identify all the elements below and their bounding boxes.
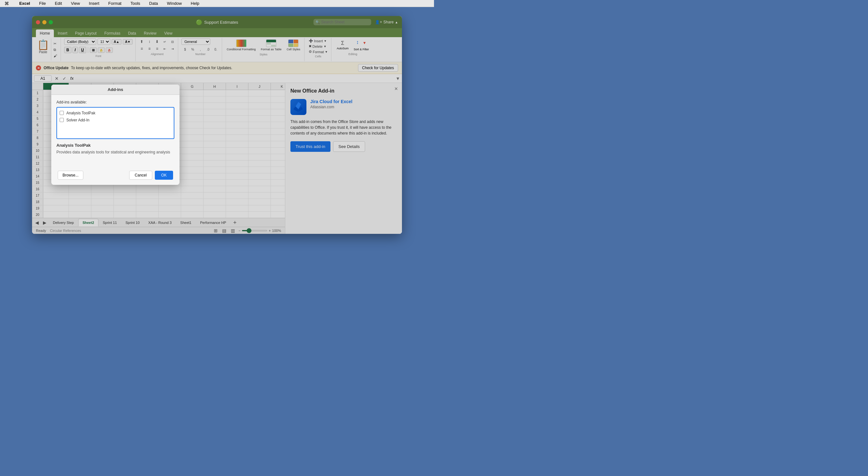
sheet-cell[interactable] bbox=[248, 103, 271, 109]
align-middle-button[interactable]: ↕ bbox=[146, 38, 153, 45]
fill-color-button[interactable]: A̲ bbox=[98, 47, 105, 53]
menu-data[interactable]: Data bbox=[147, 0, 160, 6]
sheet-cell[interactable] bbox=[91, 212, 114, 218]
sheet-cell[interactable] bbox=[248, 212, 271, 218]
zoom-out-icon[interactable]: − bbox=[239, 229, 240, 233]
sheet-cell[interactable] bbox=[204, 135, 226, 141]
font-family-select[interactable]: Calibri (Body) bbox=[64, 38, 96, 45]
font-color-button[interactable]: A̲ bbox=[106, 47, 113, 53]
col-header-h[interactable]: H bbox=[204, 83, 226, 90]
sheet-cell[interactable] bbox=[248, 154, 271, 160]
ok-button[interactable]: OK bbox=[155, 171, 173, 180]
zoom-slider[interactable] bbox=[242, 230, 267, 231]
trust-addin-button[interactable]: Trust this add-in bbox=[290, 141, 331, 152]
delete-dropdown-button[interactable]: ✖ Delete ▼ bbox=[308, 44, 329, 49]
format-dropdown-button[interactable]: ⚙ Format ▼ bbox=[308, 49, 329, 54]
sheet-cell[interactable] bbox=[248, 122, 271, 128]
comma-button[interactable]: , bbox=[197, 46, 204, 53]
sheet-cell[interactable] bbox=[226, 193, 248, 199]
sheet-cell[interactable] bbox=[181, 212, 204, 218]
sheet-cell[interactable] bbox=[181, 103, 204, 109]
menu-tools[interactable]: Tools bbox=[128, 0, 142, 6]
sheet-cell[interactable] bbox=[248, 161, 271, 167]
sheet-cell[interactable] bbox=[181, 154, 204, 160]
sheet-cell[interactable] bbox=[226, 109, 248, 115]
sheet-cell[interactable] bbox=[204, 148, 226, 154]
formula-expand-icon[interactable]: ▼ bbox=[396, 76, 400, 81]
tab-home[interactable]: Home bbox=[36, 30, 54, 37]
autosum-button[interactable]: Σ AutoSum bbox=[335, 38, 350, 52]
sheet-cell[interactable] bbox=[114, 205, 136, 211]
borders-button[interactable]: ⊞ bbox=[90, 47, 97, 53]
sheet-cell[interactable] bbox=[91, 205, 114, 211]
tab-page-layout[interactable]: Page Layout bbox=[71, 30, 100, 37]
format-as-table-button[interactable]: Format as Table bbox=[259, 38, 283, 52]
sheet-cell[interactable] bbox=[181, 205, 204, 211]
sheet-cell[interactable] bbox=[226, 205, 248, 211]
sheet-cell[interactable] bbox=[204, 122, 226, 128]
maximize-button[interactable] bbox=[49, 20, 53, 24]
menu-file[interactable]: File bbox=[37, 0, 48, 6]
see-details-button[interactable]: See Details bbox=[333, 141, 365, 152]
search-input[interactable] bbox=[313, 19, 371, 25]
sheet-cell[interactable] bbox=[248, 199, 271, 205]
align-center-button[interactable]: ≡ bbox=[146, 45, 153, 52]
sheet-cell[interactable] bbox=[136, 186, 159, 192]
sheet-cell[interactable] bbox=[159, 193, 181, 199]
sheet-cell[interactable] bbox=[248, 109, 271, 115]
sheet-cell[interactable] bbox=[248, 173, 271, 179]
sheet-cell[interactable] bbox=[204, 154, 226, 160]
menu-insert[interactable]: Insert bbox=[87, 0, 101, 6]
sheet-cell[interactable] bbox=[271, 116, 285, 122]
conditional-formatting-button[interactable]: Conditional Formatting bbox=[225, 38, 258, 52]
sheet-tab-delivery-step[interactable]: Delivery Step bbox=[49, 219, 78, 227]
decrease-indent-button[interactable]: ⇤ bbox=[161, 45, 168, 52]
merge-button[interactable]: ⊟ bbox=[169, 38, 176, 45]
sheet-cell[interactable] bbox=[226, 122, 248, 128]
sheet-cell[interactable] bbox=[181, 109, 204, 115]
sheet-cell[interactable] bbox=[271, 167, 285, 173]
sheet-cell[interactable] bbox=[136, 205, 159, 211]
sheet-cell[interactable] bbox=[271, 103, 285, 109]
sheet-cell[interactable] bbox=[226, 90, 248, 96]
sheet-cell[interactable] bbox=[204, 90, 226, 96]
col-header-i[interactable]: I bbox=[226, 83, 248, 90]
sheet-cell[interactable] bbox=[204, 199, 226, 205]
wrap-text-button[interactable]: ↵ bbox=[161, 38, 168, 45]
sheet-cell[interactable] bbox=[248, 90, 271, 96]
sheet-cell[interactable] bbox=[204, 141, 226, 147]
menu-help[interactable]: Help bbox=[189, 0, 201, 6]
sheet-tab-performance-hp[interactable]: Performance HP bbox=[196, 219, 230, 227]
tab-data[interactable]: Data bbox=[124, 30, 140, 37]
sheet-cell[interactable] bbox=[204, 205, 226, 211]
sheet-cell[interactable] bbox=[226, 180, 248, 186]
sheet-cell[interactable] bbox=[271, 173, 285, 179]
sheet-cell[interactable] bbox=[114, 199, 136, 205]
sheet-cell[interactable] bbox=[226, 135, 248, 141]
solver-addin-checkbox[interactable] bbox=[60, 118, 64, 122]
format-painter-button[interactable]: 🖌 bbox=[53, 54, 58, 58]
increase-indent-button[interactable]: ⇥ bbox=[169, 45, 176, 52]
page-layout-view-button[interactable]: ▤ bbox=[221, 228, 227, 234]
sheet-cell[interactable] bbox=[226, 154, 248, 160]
sheet-cell[interactable] bbox=[43, 199, 69, 205]
sheet-cell[interactable] bbox=[271, 205, 285, 211]
sheet-cell[interactable] bbox=[271, 129, 285, 135]
decrease-decimal-button[interactable]: 0. bbox=[212, 46, 219, 53]
sheet-cell[interactable] bbox=[248, 186, 271, 192]
copy-button[interactable]: ⧉ bbox=[53, 47, 58, 52]
cancel-button[interactable]: Cancel bbox=[129, 171, 152, 180]
align-right-button[interactable]: ≡ bbox=[154, 45, 161, 52]
sheet-cell[interactable] bbox=[91, 186, 114, 192]
sheet-tab-sprint11[interactable]: Sprint 11 bbox=[99, 219, 121, 227]
sheet-cell[interactable] bbox=[271, 212, 285, 218]
sheet-cell[interactable] bbox=[271, 141, 285, 147]
col-header-j[interactable]: J bbox=[248, 83, 271, 90]
analysis-toolpak-checkbox[interactable] bbox=[60, 111, 64, 115]
sheet-cell[interactable] bbox=[226, 173, 248, 179]
menu-edit[interactable]: Edit bbox=[53, 0, 64, 6]
sheet-cell[interactable] bbox=[226, 96, 248, 102]
sheet-cell[interactable] bbox=[226, 161, 248, 167]
tab-review[interactable]: Review bbox=[140, 30, 160, 37]
align-bottom-button[interactable]: ⬇ bbox=[154, 38, 161, 45]
